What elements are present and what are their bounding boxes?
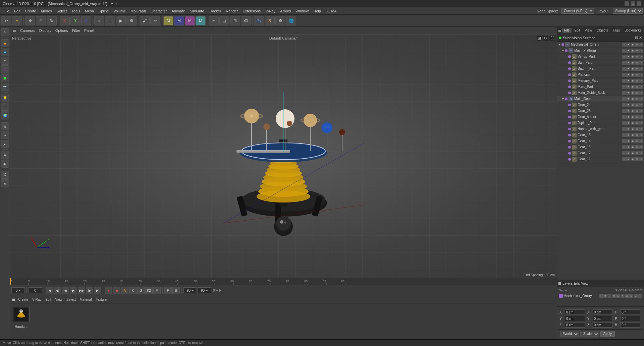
rsat-1[interactable]: ○ — [622, 67, 626, 71]
menu-help[interactable]: Help — [311, 8, 323, 14]
rp-2[interactable]: ■ — [626, 73, 630, 77]
layers-tab-layers[interactable]: Layers — [562, 282, 573, 285]
sm-tab-bookmarks[interactable]: Bookmarks — [623, 28, 643, 33]
ri2-2[interactable]: ■ — [626, 49, 630, 53]
lt-light[interactable]: 💡 — [1, 94, 9, 102]
material3-button[interactable]: M — [185, 16, 195, 25]
rg14-1[interactable]: ○ — [622, 139, 626, 143]
rg13-3[interactable]: ◉ — [631, 145, 635, 149]
sm-tab-view[interactable]: View — [583, 28, 594, 33]
menu-mograph[interactable]: MoGraph — [128, 8, 148, 14]
rg11-2[interactable]: ■ — [626, 157, 630, 161]
rhg-5[interactable]: ✕ — [639, 127, 643, 131]
axis-x-button[interactable]: X — [60, 16, 70, 25]
rg25-3[interactable]: ◉ — [631, 109, 635, 113]
rg24-3[interactable]: ◉ — [631, 103, 635, 107]
rj-2[interactable]: ■ — [626, 121, 630, 125]
menu-create[interactable]: Create — [23, 8, 38, 14]
sm-tab-objects[interactable]: Objects — [595, 28, 610, 33]
maximize-button[interactable]: □ — [631, 1, 635, 6]
next-frame-button[interactable]: |▶ — [86, 287, 93, 294]
tree-row-mars-part[interactable]: △ Mars_Part ○ ■ ◉ ⊞ ✕ — [557, 84, 644, 90]
rg-1[interactable]: ○ — [622, 91, 626, 95]
move-button[interactable]: ✥ — [25, 16, 35, 25]
close-button[interactable]: × — [637, 1, 641, 6]
rp-1[interactable]: ○ — [622, 73, 626, 77]
rj-5[interactable]: ✕ — [639, 121, 643, 125]
anim-tab-select[interactable]: Select — [65, 298, 77, 301]
menu-mesh[interactable]: Mesh — [83, 8, 96, 14]
paint-button[interactable]: 🖌 — [140, 16, 150, 25]
ri-4[interactable]: ⊞ — [635, 43, 639, 47]
tree-row-gear14[interactable]: △ Gear_14 ○ ■ ◉ ⊞ ✕ — [557, 138, 644, 144]
menu-3dtoall[interactable]: 3DToAll — [324, 8, 340, 14]
undo-button[interactable]: ↩ — [1, 16, 11, 25]
live-select-button[interactable]: + — [12, 16, 22, 25]
lt-camera[interactable]: 📷 — [1, 83, 9, 91]
apply-button[interactable]: Apply — [600, 331, 615, 337]
rma-1[interactable]: ○ — [622, 85, 626, 89]
rg12-4[interactable]: ⊞ — [635, 151, 639, 155]
menu-character[interactable]: Character — [149, 8, 169, 14]
timeline-ruler[interactable]: 0 5 10 15 20 25 30 — [10, 278, 557, 285]
vt-filter[interactable]: Filter — [71, 28, 82, 33]
move2-button[interactable]: ⊞ — [230, 16, 240, 25]
key-2-button[interactable]: K2 — [145, 287, 153, 294]
rg25-1[interactable]: ○ — [622, 109, 626, 113]
pref-button[interactable]: ⚙ — [275, 16, 285, 25]
rg-4[interactable]: ⊞ — [635, 91, 639, 95]
tree-row-gear24[interactable]: △ Gear_24 ○ ■ ◉ ⊞ ✕ — [557, 102, 644, 108]
ri2-4[interactable]: ⊞ — [635, 49, 639, 53]
lt-deformer[interactable]: ⬡ — [1, 65, 9, 73]
menu-edit[interactable]: Edit — [12, 8, 22, 14]
coord-sy-input[interactable] — [593, 316, 613, 321]
rma-3[interactable]: ◉ — [631, 85, 635, 89]
vt-display[interactable]: Display — [38, 28, 53, 33]
lt-paint[interactable]: 🖌 — [1, 140, 9, 148]
rv-4[interactable]: ⊞ — [635, 55, 639, 59]
rmg-1[interactable]: ○ — [622, 97, 626, 101]
ri-1[interactable]: ○ — [622, 43, 626, 47]
current-frame-input[interactable] — [29, 287, 42, 293]
rma-2[interactable]: ■ — [626, 85, 630, 89]
rg11-3[interactable]: ◉ — [631, 157, 635, 161]
object-mode-button[interactable]: ○ — [94, 16, 104, 25]
knife-button[interactable]: ✂ — [209, 16, 219, 25]
coord-z-input[interactable] — [565, 322, 585, 328]
tree-row-jupiter-part[interactable]: △ Jupiter_Part ○ ■ ◉ ⊞ ✕ — [557, 120, 644, 126]
menu-spline[interactable]: Spline — [97, 8, 111, 14]
rsat-4[interactable]: ⊞ — [635, 67, 639, 71]
rv-2[interactable]: ■ — [626, 55, 630, 59]
menu-file[interactable]: File — [1, 8, 11, 14]
tree-row-main-platform[interactable]: ▼ N Main_Platform ○ ■ ◉ ⊞ ✕ — [557, 48, 644, 54]
axis-y-button[interactable]: Y — [70, 16, 80, 25]
object-tree[interactable]: ▼ N Mechanical_Orrery ○ ■ ◉ ⊞ ✕ ▼ — [557, 42, 644, 280]
key-all-button[interactable]: K — [129, 287, 137, 294]
ri-5[interactable]: ✕ — [639, 43, 643, 47]
rg13-5[interactable]: ✕ — [639, 145, 643, 149]
ri2-5[interactable]: ✕ — [639, 49, 643, 53]
tree-row-gear11[interactable]: △ Gear_11 ○ ■ ◉ ⊞ ✕ — [557, 156, 644, 162]
rsat-2[interactable]: ■ — [626, 67, 630, 71]
lt-xref[interactable]: X — [1, 171, 9, 179]
rmg-2[interactable]: ■ — [626, 97, 630, 101]
coord-y-input[interactable] — [565, 316, 585, 321]
rv-5[interactable]: ✕ — [639, 55, 643, 59]
vt-panel[interactable]: Panel — [83, 28, 95, 33]
li-4[interactable]: M — [612, 294, 616, 298]
menu-volume[interactable]: Volume — [112, 8, 128, 14]
menu-window[interactable]: Window — [293, 8, 311, 14]
anim-tab-edit[interactable]: Edit — [44, 298, 52, 301]
rg14-3[interactable]: ◉ — [631, 139, 635, 143]
li-5[interactable]: L — [616, 294, 620, 298]
tag-button[interactable]: 🏷 — [241, 16, 251, 25]
rg24-2[interactable]: ■ — [626, 103, 630, 107]
rg14-5[interactable]: ✕ — [639, 139, 643, 143]
rg15-3[interactable]: ◉ — [631, 133, 635, 137]
lt-mesh[interactable]: ■ — [1, 39, 9, 47]
lt-generator[interactable]: ⬢ — [1, 74, 9, 82]
rg13-4[interactable]: ⊞ — [635, 145, 639, 149]
menu-tools[interactable]: Tools — [69, 8, 82, 14]
rma-5[interactable]: ✕ — [639, 85, 643, 89]
lt-hair[interactable]: ≋ — [1, 179, 9, 187]
